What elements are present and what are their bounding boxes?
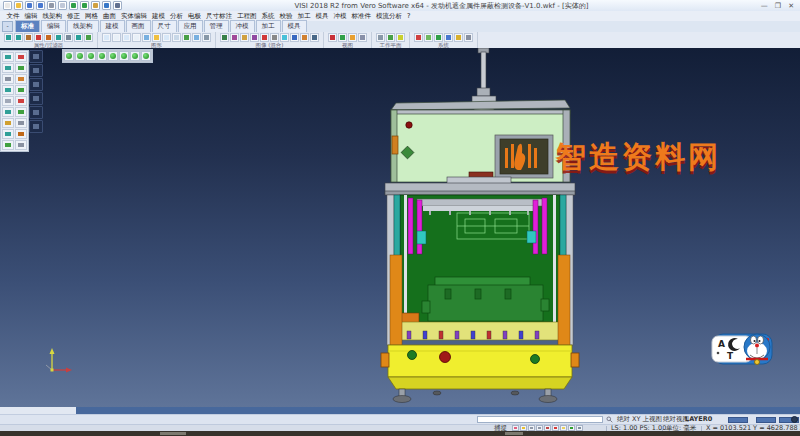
system-tools-icon[interactable]	[454, 33, 463, 42]
active-layer-label[interactable]: LAYER0	[685, 415, 712, 424]
render-edge-icon[interactable]	[240, 33, 249, 42]
attribute-layer-icon[interactable]	[14, 33, 23, 42]
workplane-reset-icon[interactable]	[396, 33, 405, 42]
menu-item-17[interactable]: 标准件	[349, 12, 374, 21]
render-orange-icon[interactable]	[300, 33, 309, 42]
solid-icon[interactable]	[15, 129, 27, 139]
zoom-in[interactable]	[119, 51, 129, 61]
rotate-icon[interactable]	[2, 85, 14, 95]
tab-2[interactable]: 线架构	[67, 20, 99, 32]
tab-7[interactable]: 管理	[204, 20, 229, 32]
move-icon[interactable]	[15, 74, 27, 84]
filter-all-icon[interactable]	[84, 33, 93, 42]
dimension-icon[interactable]	[2, 140, 14, 150]
search-icon[interactable]	[606, 416, 613, 423]
undo-icon[interactable]	[69, 1, 78, 10]
shaded-view[interactable]	[64, 51, 74, 61]
render-blue-icon[interactable]	[290, 33, 299, 42]
tab-8[interactable]: 冲模	[230, 20, 255, 32]
menu-item-19[interactable]: ?	[405, 12, 413, 20]
tab-5[interactable]: 尺寸	[152, 20, 177, 32]
surface-icon[interactable]	[2, 129, 14, 139]
prompt-input-bar[interactable]	[76, 407, 800, 414]
text-icon[interactable]	[15, 140, 27, 150]
system-refresh-icon[interactable]	[434, 33, 443, 42]
graphics-background-icon[interactable]	[202, 33, 211, 42]
tab-9[interactable]: 加工	[256, 20, 281, 32]
tab-1[interactable]: 编辑	[41, 20, 66, 32]
trim-icon[interactable]	[2, 96, 14, 106]
tab-0[interactable]: 标准	[15, 20, 40, 32]
menu-item-18[interactable]: 模流分析	[374, 12, 405, 21]
preview-icon[interactable]	[58, 1, 67, 10]
filter-face-icon[interactable]	[34, 33, 43, 42]
mirror-icon[interactable]	[15, 85, 27, 95]
view-top-icon[interactable]	[328, 33, 337, 42]
copy-icon[interactable]	[91, 1, 100, 10]
view-back-icon[interactable]	[358, 33, 367, 42]
system-calculator-icon[interactable]	[424, 33, 433, 42]
graphics-axes-icon[interactable]	[192, 33, 201, 42]
system-archive-icon[interactable]	[464, 33, 473, 42]
menu-item-16[interactable]: 冲模	[331, 12, 349, 21]
graphics-shaded-icon[interactable]	[102, 33, 111, 42]
workplane-align-icon[interactable]	[386, 33, 395, 42]
filter-point-icon[interactable]	[64, 33, 73, 42]
tab-6[interactable]: 应用	[178, 20, 203, 32]
tab-10[interactable]: 模具	[282, 20, 307, 32]
new-file-icon[interactable]	[3, 1, 12, 10]
history-tab[interactable]	[29, 106, 43, 119]
graphics-section-icon[interactable]	[142, 33, 151, 42]
close-button[interactable]: ✕	[788, 2, 794, 10]
zoom-fit[interactable]	[108, 51, 118, 61]
graphics-material-icon[interactable]	[162, 33, 171, 42]
zoom-out[interactable]	[130, 51, 140, 61]
circle-icon[interactable]	[15, 118, 27, 128]
filter-edge-icon[interactable]	[44, 33, 53, 42]
hidden-line-view[interactable]	[86, 51, 96, 61]
view-iso-icon[interactable]	[348, 33, 357, 42]
print-icon[interactable]	[47, 1, 56, 10]
filter-solid-icon[interactable]	[24, 33, 33, 42]
tab-3[interactable]: 建模	[100, 20, 125, 32]
render-cyan-icon[interactable]	[280, 33, 289, 42]
view-reference-label[interactable]: 绝对 XY 上视图	[617, 415, 662, 424]
layers-icon[interactable]	[15, 63, 27, 73]
zoom-window-icon[interactable]	[2, 63, 14, 73]
arc-icon[interactable]	[2, 118, 14, 128]
filter-group-icon[interactable]	[74, 33, 83, 42]
3d-viewport[interactable]: 智造资料网 A T	[0, 48, 800, 407]
graphics-hidden-icon[interactable]	[122, 33, 131, 42]
graphics-grid-icon[interactable]	[182, 33, 191, 42]
render-highlight-icon[interactable]	[260, 33, 269, 42]
search-input[interactable]	[477, 416, 603, 423]
render-gray-icon[interactable]	[270, 33, 279, 42]
graphics-ghost-icon[interactable]	[132, 33, 141, 42]
system-table-icon[interactable]	[444, 33, 453, 42]
maximize-button[interactable]: ❐	[775, 2, 781, 10]
selection-tab[interactable]	[29, 92, 43, 105]
settings-icon[interactable]	[102, 1, 111, 10]
render-transparent-icon[interactable]	[250, 33, 259, 42]
measure-icon[interactable]	[2, 74, 14, 84]
point-icon[interactable]	[2, 107, 14, 117]
render-mode-icon[interactable]	[220, 33, 229, 42]
machine-model[interactable]	[365, 48, 580, 407]
tab-4[interactable]: 画面	[126, 20, 151, 32]
view-front-icon[interactable]	[338, 33, 347, 42]
ribbon-collapse-button[interactable]: -	[2, 21, 13, 32]
graphics-wire-icon[interactable]	[112, 33, 121, 42]
filter-wire-icon[interactable]	[54, 33, 63, 42]
layers-tab[interactable]	[29, 64, 43, 77]
graphics-light-icon[interactable]	[152, 33, 161, 42]
workplane-new-icon[interactable]	[376, 33, 385, 42]
save-as-icon[interactable]	[36, 1, 45, 10]
minimize-button[interactable]: —	[761, 2, 768, 10]
perspective-view[interactable]	[97, 51, 107, 61]
ime-toolbar[interactable]: A T	[710, 326, 776, 372]
line-icon[interactable]	[15, 107, 27, 117]
refresh-view[interactable]	[141, 51, 151, 61]
render-shade-icon[interactable]	[230, 33, 239, 42]
delete-icon[interactable]	[15, 52, 27, 62]
more-icon[interactable]	[113, 1, 122, 10]
